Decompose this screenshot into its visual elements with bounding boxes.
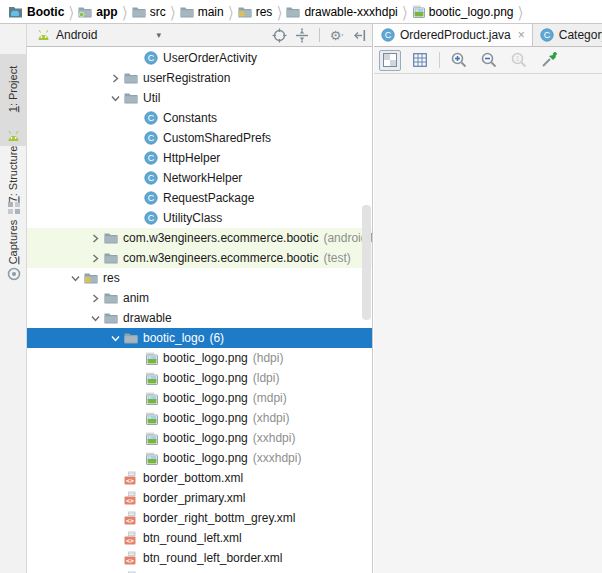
tree-row-anim[interactable]: anim: [27, 288, 372, 308]
toggle-grid-button[interactable]: [409, 50, 431, 71]
class-icon: C: [143, 110, 159, 126]
tool-window-button--project[interactable]: 1: Project: [0, 54, 27, 146]
chevron-spacer: [127, 350, 143, 366]
svg-text:<>: <>: [126, 477, 134, 485]
tree-row-btn_round_left_border.xml[interactable]: <>btn_round_left_border.xml: [27, 548, 372, 568]
actual-size-button[interactable]: 1: [508, 50, 530, 71]
tree-row-label: com.w3engineers.ecommerce.bootic: [123, 251, 318, 265]
tree-row-btn_round_left.xml[interactable]: <>btn_round_left.xml: [27, 528, 372, 548]
breadcrumb-item-src[interactable]: src: [130, 4, 168, 20]
collapse-all-button[interactable]: [294, 27, 310, 43]
chevron-open-icon[interactable]: [107, 330, 123, 346]
image-file-icon: [143, 390, 159, 406]
image-viewer-toolbar: 1: [374, 47, 602, 74]
tree-row-border_right_bottm_grey.xml[interactable]: <>border_right_bottm_grey.xml: [27, 508, 372, 528]
image-viewer-canvas: [374, 75, 602, 573]
tree-scrollbar[interactable]: [362, 205, 371, 320]
svg-text:C: C: [148, 53, 155, 63]
editor-tab-OrderedProduct.java[interactable]: COrderedProduct.java×: [374, 24, 533, 46]
breadcrumb-item-main[interactable]: main: [178, 4, 226, 20]
tree-row-CustomSharedPrefs[interactable]: CCustomSharedPrefs: [27, 128, 372, 148]
chevron-closed-icon[interactable]: [87, 230, 103, 246]
settings-button[interactable]: ⚙: [329, 27, 345, 43]
image-file-icon: [143, 370, 159, 386]
project-folder-icon: [8, 5, 23, 18]
folder-icon: [123, 330, 139, 346]
folder-icon: [103, 310, 119, 326]
tree-row-border_primary.xml[interactable]: <>border_primary.xml: [27, 488, 372, 508]
tree-row-HttpHelper[interactable]: CHttpHelper: [27, 148, 372, 168]
project-panel-header: Android ▾ ⚙: [27, 24, 372, 47]
class-icon: C: [143, 190, 159, 206]
chevron-spacer: [127, 370, 143, 386]
tree-row-label: drawable: [123, 311, 172, 325]
locate-target-button[interactable]: [271, 27, 287, 43]
hide-panel-button[interactable]: [352, 27, 368, 43]
chevron-spacer: [107, 550, 123, 566]
tree-row-partial[interactable]: <>: [27, 568, 372, 573]
chevron-closed-icon[interactable]: [107, 70, 123, 86]
tree-row-label: Util: [143, 91, 160, 105]
image-file-icon: [143, 450, 159, 466]
tree-row-RequestPackage[interactable]: CRequestPackage: [27, 188, 372, 208]
tree-row-com.w3engineers.ecommerce.bootic[interactable]: com.w3engineers.ecommerce.bootic(android…: [27, 228, 372, 248]
tree-row-bootic_logo.png[interactable]: bootic_logo.png(xhdpi): [27, 408, 372, 428]
project-view-selector[interactable]: Android ▾: [35, 27, 161, 43]
chevron-closed-icon[interactable]: [87, 250, 103, 266]
chevron-spacer: [127, 210, 143, 226]
close-icon[interactable]: ×: [518, 28, 525, 42]
tree-row-suffix: (xxhdpi): [253, 431, 296, 445]
breadcrumb-item-drawable-xxxhdpi[interactable]: drawable-xxxhdpi: [284, 4, 399, 20]
tool-window-button--structure[interactable]: 7: Structure: [0, 152, 27, 218]
breadcrumb-item-Bootic[interactable]: Bootic: [6, 4, 66, 20]
zoom-out-button[interactable]: [478, 50, 500, 71]
tree-row-userRegistration[interactable]: userRegistration: [27, 68, 372, 88]
tree-row-bootic_logo.png[interactable]: bootic_logo.png(mdpi): [27, 388, 372, 408]
svg-text:C: C: [544, 30, 551, 40]
editor-tab-label: Category: [559, 28, 602, 42]
chevron-open-icon[interactable]: [107, 90, 123, 106]
color-picker-button[interactable]: [538, 50, 560, 71]
tree-row-bootic_logo[interactable]: bootic_logo(6): [27, 328, 372, 348]
tree-row-label: CustomSharedPrefs: [163, 131, 271, 145]
chevron-spacer: [127, 50, 143, 66]
zoom-in-button[interactable]: [448, 50, 470, 71]
editor-tab-Category[interactable]: CCategory: [533, 24, 602, 46]
toolbar-separator: [439, 52, 440, 68]
chevron-spacer: [107, 490, 123, 506]
editor-tab-label: OrderedProduct.java: [400, 28, 511, 42]
tree-row-label: RequestPackage: [163, 191, 254, 205]
tree-row-UserOrderActivity[interactable]: CUserOrderActivity: [27, 48, 372, 68]
breadcrumb-separator: 〉: [171, 2, 175, 22]
tree-row-Util[interactable]: Util: [27, 88, 372, 108]
folder-icon: [103, 290, 119, 306]
tree-row-Constants[interactable]: CConstants: [27, 108, 372, 128]
folder-res-icon: [83, 270, 99, 286]
folder-app-icon: [78, 6, 92, 18]
tree-row-suffix: (ldpi): [253, 371, 280, 385]
chevron-open-icon[interactable]: [87, 310, 103, 326]
breadcrumb-separator: 〉: [277, 2, 281, 22]
tree-row-bootic_logo.png[interactable]: bootic_logo.png(xxxhdpi): [27, 448, 372, 468]
chevron-open-icon[interactable]: [67, 270, 83, 286]
tree-row-UtilityClass[interactable]: CUtilityClass: [27, 208, 372, 228]
tree-row-drawable[interactable]: drawable: [27, 308, 372, 328]
chevron-closed-icon[interactable]: [87, 290, 103, 306]
tool-window-button-captures[interactable]: Captures: [0, 222, 27, 284]
tree-row-bootic_logo.png[interactable]: bootic_logo.png(hdpi): [27, 348, 372, 368]
tree-row-res[interactable]: res: [27, 268, 372, 288]
tree-row-NetworkHelper[interactable]: CNetworkHelper: [27, 168, 372, 188]
folder-icon: [286, 6, 300, 18]
tree-row-com.w3engineers.ecommerce.bootic[interactable]: com.w3engineers.ecommerce.bootic(test): [27, 248, 372, 268]
tree-row-label: com.w3engineers.ecommerce.bootic: [123, 231, 318, 245]
toggle-checkerboard-button[interactable]: [379, 50, 401, 71]
tree-row-bootic_logo.png[interactable]: bootic_logo.png(ldpi): [27, 368, 372, 388]
zoom-out-icon: [481, 52, 497, 68]
chevron-spacer: [127, 430, 143, 446]
breadcrumb-item-res[interactable]: res: [236, 4, 275, 20]
tree-row-bootic_logo.png[interactable]: bootic_logo.png(xxhdpi): [27, 428, 372, 448]
breadcrumb-item-app[interactable]: app: [76, 4, 119, 20]
tree-row-border_bottom.xml[interactable]: <>border_bottom.xml: [27, 468, 372, 488]
tool-window-button-label: 7: Structure: [8, 146, 20, 203]
breadcrumb-item-bootic_logo.png[interactable]: bootic_logo.png: [410, 4, 516, 20]
